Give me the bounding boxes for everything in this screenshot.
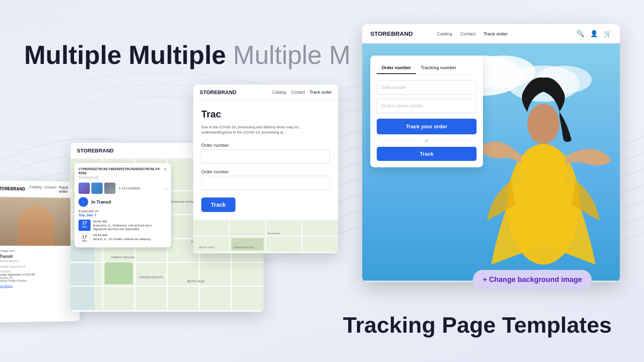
- order-number-label-1: Order number: [201, 143, 330, 148]
- form-nav-catalog: Catalog: [272, 90, 286, 95]
- far-left-hero: [0, 197, 80, 246]
- hero-nav-contact: Contact: [460, 31, 476, 36]
- hero-email-input[interactable]: [377, 99, 477, 113]
- search-icon[interactable]: 🔍: [576, 30, 584, 37]
- last-activity-date: Tuesday September 9 9:04 PM: [0, 273, 76, 276]
- change-bg-button[interactable]: + Change background image: [473, 270, 592, 290]
- expected-day: ednesday September 6: [0, 265, 76, 269]
- form-nav-track: Track order: [310, 90, 332, 95]
- hero-nav-catalog: Catalog: [437, 31, 452, 36]
- hero-nav-icons: 🔍 👤 🛒: [576, 30, 612, 37]
- svg-rect-13: [105, 262, 133, 284]
- tab-tracking-number[interactable]: Tracking number: [416, 62, 461, 74]
- hero-nav: STOREBRAND Catalog Contact Track order 🔍…: [362, 24, 620, 43]
- hero-body: Order number Tracking number Track your …: [362, 43, 620, 281]
- svg-text:CROWN HEIGHTS: CROWN HEIGHTS: [233, 246, 254, 249]
- items-arrow: ›: [166, 186, 167, 191]
- page-headline: Multiple Multiple Multiple M: [24, 40, 351, 70]
- track-button[interactable]: Track: [201, 197, 235, 212]
- item-thumb-2: [91, 183, 103, 194]
- popup-expected: Expected on Tue, Dec 7: [78, 209, 167, 217]
- popup-status-row: ↑ In Transit: [78, 197, 167, 207]
- status-text: n Transit: [0, 254, 76, 259]
- card-hero: STOREBRAND Catalog Contact Track order 🔍…: [362, 24, 620, 282]
- show-history-link[interactable]: Show History: [0, 284, 76, 288]
- nav-contact: Contact: [44, 185, 56, 193]
- form-body: Trac Due to the COVID-19, processing and…: [193, 101, 338, 220]
- headline-bold: Multiple: [24, 41, 122, 70]
- form-map: CROWN HEIGHTS Brownsville BETSY HEAD: [193, 220, 338, 253]
- form-nav: STOREBRAND Catalog Contact Track order: [193, 84, 338, 101]
- event-badge-2: 17 Mar: [78, 233, 91, 243]
- svg-text:BETSY HEAD: BETSY HEAD: [187, 280, 205, 283]
- tracking-popup: × LY982925279CNLY982925279CN2925279CNLY9…: [74, 163, 171, 247]
- nav-catalog: Catalog: [29, 185, 41, 193]
- popup-tracking-id: LY982925279CNLY982925279CN2925279CNLY982…: [78, 167, 167, 175]
- far-left-nav-items: Catalog Contact Track order: [29, 185, 75, 194]
- popup-event-1: 17 Mar 04:44 AM Evanston, IL, Delivered,…: [78, 220, 167, 231]
- event-badge-1: 17 Mar: [78, 220, 91, 231]
- expected-delivery: Expected Delivery: [0, 259, 76, 263]
- tab-order-number[interactable]: Order number: [377, 62, 416, 74]
- hero-brand: STOREBRAND: [370, 30, 413, 37]
- hero-nav-items: Catalog Contact Track order: [437, 31, 508, 36]
- far-left-brand: STOREBRAND: [0, 186, 25, 191]
- svg-rect-1: [70, 239, 95, 310]
- far-left-nav: STOREBRAND Catalog Contact Track order: [0, 180, 80, 198]
- svg-text:BETSY HEAD: BETSY HEAD: [199, 246, 215, 249]
- item-thumb-1: [78, 183, 90, 194]
- or-text: or: [425, 138, 429, 143]
- popup-event-2: 17 Mar 04:44 AM NILES, IL, On FedEx vehi…: [78, 233, 167, 243]
- svg-text:Children's Museum: Children's Museum: [111, 256, 135, 259]
- or-line-right: [431, 140, 477, 141]
- hero-order-input[interactable]: [377, 80, 477, 95]
- last-activity-label: Last Activity: [0, 270, 76, 273]
- svg-point-43: [527, 104, 559, 144]
- svg-text:CROWN HEIGHTS: CROWN HEIGHTS: [139, 276, 163, 279]
- event-details-2: 04:44 AM NILES, IL, On FedEx vehicle for…: [93, 233, 151, 243]
- pkg-label: Package con...: [0, 249, 76, 253]
- form-brand: STOREBRAND: [200, 89, 237, 95]
- popup-close-btn[interactable]: ×: [164, 166, 167, 173]
- status-icon: ↑: [78, 197, 88, 207]
- hero-nav-track: Track order: [483, 31, 508, 36]
- hero-or-row: or: [377, 138, 477, 143]
- popup-sub-id: TK123123123: [78, 176, 167, 179]
- form-page-title: Trac: [201, 109, 330, 120]
- card-form-middle: STOREBRAND Catalog Contact Track order T…: [193, 84, 338, 253]
- far-left-content: Package con... n Transit Expected Delive…: [0, 246, 80, 291]
- or-line-left: [377, 140, 422, 141]
- card-far-left: STOREBRAND Catalog Contact Track order P…: [0, 180, 80, 323]
- map-brand: STOREBRAND: [77, 148, 114, 154]
- hero-track-order-btn[interactable]: Track your order: [377, 119, 477, 134]
- svg-text:Brownsville: Brownsville: [268, 232, 280, 234]
- cart-icon[interactable]: 🛒: [604, 30, 612, 37]
- order-number-input-2[interactable]: [201, 176, 330, 190]
- popup-status-text: In Transit: [91, 200, 111, 204]
- user-icon[interactable]: 👤: [590, 30, 598, 37]
- form-nav-contact: Contact: [291, 90, 305, 95]
- last-activity-desc: Departed FedEx location: [0, 279, 76, 282]
- hero-tabs: Order number Tracking number: [377, 62, 477, 74]
- item-thumb-3: [104, 183, 116, 194]
- order-number-label-2: Order number: [201, 169, 330, 174]
- hero-form-overlay: Order number Tracking number Track your …: [370, 56, 483, 167]
- headline-medium: Multiple: [129, 41, 226, 70]
- hero-track-btn2[interactable]: Track: [377, 147, 477, 161]
- expected-date: Tue, Dec 7: [78, 213, 96, 217]
- event-details-1: 04:44 AM Evanston, IL, Delivered, Left a…: [93, 220, 167, 231]
- svg-point-42: [521, 144, 566, 200]
- popup-items: x 14 contents ›: [78, 183, 167, 194]
- bottom-title: Tracking Page Templates: [343, 312, 612, 338]
- items-count: x 14 contents: [119, 186, 140, 190]
- form-notice: Due to the COVID-19, processing and deli…: [201, 125, 330, 135]
- form-nav-items: Catalog Contact Track order: [272, 90, 332, 95]
- order-number-input-1[interactable]: [201, 149, 330, 164]
